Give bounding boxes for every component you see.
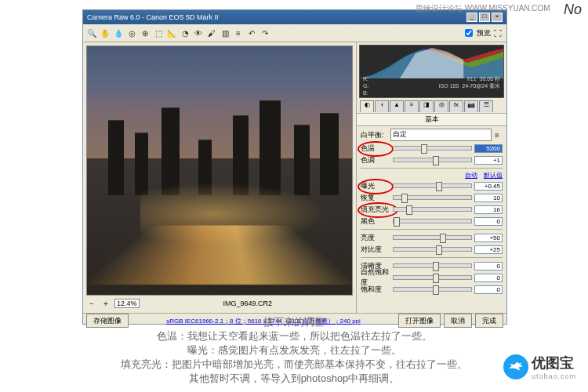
- grad-filter-icon[interactable]: ▥: [220, 27, 230, 38]
- contrast-value[interactable]: +25: [474, 245, 503, 254]
- basic-controls: 白平衡: 自定 ≡ 色温 5200 色调 +1 自动默认值: [357, 126, 506, 313]
- zoom-tool-icon[interactable]: 🔍: [86, 27, 97, 38]
- vibrance-slider[interactable]: [393, 275, 472, 280]
- fullscreen-icon[interactable]: ⛶: [492, 27, 503, 38]
- brightness-value[interactable]: +50: [474, 234, 503, 242]
- zoom-out-icon[interactable]: −: [86, 298, 97, 309]
- temp-slider[interactable]: [393, 146, 472, 151]
- recovery-slider[interactable]: [393, 195, 472, 200]
- straighten-tool-icon[interactable]: 📐: [166, 27, 177, 38]
- caption-line-1: 接下来的调整: [0, 315, 588, 329]
- color-sampler-icon[interactable]: ◎: [126, 27, 137, 38]
- target-adjust-icon[interactable]: ⊕: [140, 27, 151, 38]
- auto-link[interactable]: 自动: [465, 171, 477, 180]
- logo-name: 优图宝: [532, 354, 576, 372]
- tint-label: 色调: [361, 155, 390, 165]
- redeye-tool-icon[interactable]: 👁: [193, 27, 204, 38]
- contrast-slider[interactable]: [393, 247, 472, 252]
- histogram: R: G: B: f/11 30.00 秒 ISO 100 24-70@24 毫…: [359, 45, 504, 98]
- hand-tool-icon[interactable]: ✋: [100, 27, 111, 38]
- rotate-ccw-icon[interactable]: ↶: [246, 27, 257, 38]
- tint-value[interactable]: +1: [474, 156, 503, 165]
- wb-label: 白平衡:: [361, 130, 390, 140]
- spot-tool-icon[interactable]: ◔: [180, 27, 191, 38]
- exposure-value[interactable]: +0.45: [474, 182, 503, 191]
- page-monogram: No: [564, 2, 582, 18]
- hist-lens: 24-70@24 毫米: [462, 83, 500, 89]
- zoom-bar: − + 12.4% IMG_9649.CR2: [86, 297, 353, 310]
- fill-value[interactable]: 16: [474, 205, 503, 214]
- clarity-slider[interactable]: [393, 263, 472, 268]
- caption-line-5: 其他暂时不调，等导入到photoshop中再细调。: [0, 372, 588, 386]
- tab-title: 基本: [357, 114, 506, 126]
- logo-url: utobao.com: [532, 372, 576, 380]
- preview-label: 预览: [477, 28, 491, 38]
- toolbar: 🔍 ✋ 💧 ◎ ⊕ ⬚ 📐 ◔ 👁 🖌 ▥ ≡ ↶ ↷ 预览 ⛶: [83, 24, 506, 42]
- tab-hsl[interactable]: ≡: [405, 100, 419, 112]
- tab-split[interactable]: ◨: [419, 100, 434, 112]
- settings-tabs: ◐ ⫞ ▲ ≡ ◨ ◎ fx 📷 ☰: [357, 100, 506, 114]
- preview-checkbox[interactable]: 预览 ⛶: [462, 27, 503, 39]
- caption-line-2: 色温：我想让天空看起来蓝一些，所以把色温往左拉了一些。: [0, 329, 588, 343]
- hist-aperture: f/11: [467, 76, 477, 82]
- rotate-cw-icon[interactable]: ↷: [260, 27, 270, 38]
- camera-raw-window: Camera Raw 6.0 - Canon EOS 5D Mark II _ …: [82, 9, 507, 325]
- site-logo: 优图宝 utobao.com: [503, 354, 576, 380]
- tutorial-caption: 接下来的调整 色温：我想让天空看起来蓝一些，所以把色温往左拉了一些。 曝光：感觉…: [0, 315, 588, 386]
- black-value[interactable]: 0: [474, 217, 503, 226]
- wb-select[interactable]: 自定: [390, 129, 492, 141]
- default-link[interactable]: 默认值: [484, 171, 503, 180]
- image-preview[interactable]: [86, 45, 353, 296]
- tab-detail[interactable]: ▲: [390, 100, 404, 112]
- black-label: 黑色: [361, 216, 390, 227]
- brightness-label: 亮度: [361, 233, 390, 243]
- adjust-brush-icon[interactable]: 🖌: [206, 27, 217, 38]
- caption-line-3: 曝光：感觉图片有点发灰发亮，往左拉了一些。: [0, 343, 588, 358]
- tab-preset[interactable]: ☰: [479, 100, 493, 112]
- tab-fx[interactable]: fx: [449, 100, 463, 112]
- wb-tool-icon[interactable]: 💧: [113, 27, 124, 38]
- exposure-label: 曝光: [361, 181, 390, 191]
- hist-iso: ISO 100: [439, 83, 459, 89]
- tab-calib[interactable]: 📷: [464, 100, 478, 112]
- tint-slider[interactable]: [393, 158, 472, 162]
- tab-basic[interactable]: ◐: [360, 100, 374, 112]
- contrast-label: 对比度: [361, 245, 390, 255]
- temp-value[interactable]: 5200: [474, 144, 503, 153]
- saturation-slider[interactable]: [393, 287, 472, 292]
- tab-lens[interactable]: ◎: [434, 100, 448, 112]
- window-title: Camera Raw 6.0 - Canon EOS 5D Mark II: [87, 13, 219, 21]
- clarity-value[interactable]: 0: [474, 262, 503, 270]
- saturation-label: 饱和度: [361, 285, 390, 295]
- settings-pane: R: G: B: f/11 30.00 秒 ISO 100 24-70@24 毫…: [356, 42, 506, 313]
- recovery-value[interactable]: 10: [474, 194, 503, 202]
- recovery-label: 恢复: [361, 193, 390, 203]
- fill-label: 填充亮光: [361, 205, 390, 215]
- fill-slider[interactable]: [393, 207, 472, 212]
- prefs-icon[interactable]: ≡: [233, 27, 244, 38]
- preview-pane: − + 12.4% IMG_9649.CR2: [83, 42, 356, 313]
- zoom-in-icon[interactable]: +: [100, 298, 111, 309]
- bird-icon: [503, 354, 528, 379]
- crop-tool-icon[interactable]: ⬚: [153, 27, 164, 38]
- caption-line-4: 填充亮光：把图片中暗部增加光亮，而使亮部基本保持不变，往右拉了一些。: [0, 358, 588, 372]
- hist-g: G:: [363, 83, 368, 89]
- tab-curve[interactable]: ⫞: [375, 100, 389, 112]
- menu-icon[interactable]: ≡: [492, 129, 503, 140]
- vibrance-value[interactable]: 0: [474, 274, 503, 282]
- hist-b: B:: [363, 90, 368, 96]
- black-slider[interactable]: [393, 219, 472, 223]
- temp-label: 色温: [361, 143, 390, 154]
- filename-label: IMG_9649.CR2: [223, 299, 273, 307]
- zoom-select[interactable]: 12.4%: [114, 299, 140, 308]
- saturation-value[interactable]: 0: [474, 285, 503, 294]
- hist-shutter: 30.00 秒: [480, 76, 500, 82]
- watermark-text: 思缘设计论坛 WWW.MISSYUAN.COM: [416, 3, 550, 14]
- brightness-slider[interactable]: [393, 235, 472, 240]
- exposure-slider[interactable]: [393, 183, 472, 188]
- hist-r: R:: [363, 76, 368, 82]
